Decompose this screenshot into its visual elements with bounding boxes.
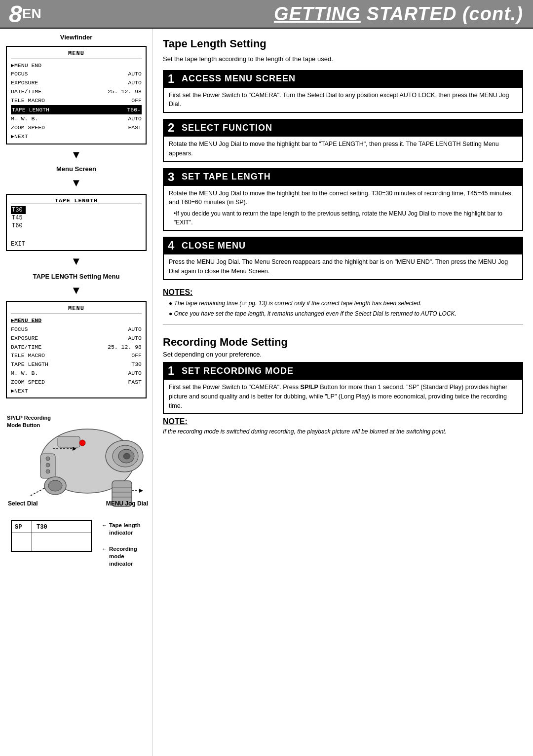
notes-title: NOTES: xyxy=(163,288,523,297)
step-2-header: 2 SELECT FUNCTION xyxy=(163,119,523,137)
step-4-header: 4 CLOSE MENU xyxy=(163,237,523,254)
menu-item-focus: FOCUSAUTO xyxy=(11,70,142,78)
page-header: 8EN GETTING STARTED (cont.) xyxy=(0,0,533,29)
note-single-section: NOTE: If the recording mode is switched … xyxy=(163,417,523,436)
recording-mode-indicator-text: Recording modeindicator xyxy=(109,545,147,568)
arrow-down-1: ▼ xyxy=(6,148,147,161)
tape-length-item-t60: T60 xyxy=(11,222,142,230)
menu-item2-tele-macro: TELE MACROOFF xyxy=(11,351,142,360)
svg-point-8 xyxy=(46,463,50,467)
arrow-right-tape: ← xyxy=(102,522,107,528)
tape-length-setting-menu-label: TAPE LENGTH Setting Menu xyxy=(6,273,147,280)
display-box-area: SP T30 ← Tape lengthindicator ← Recordin… xyxy=(6,520,147,569)
step-2-block: 2 SELECT FUNCTION Rotate the MENU Jog Di… xyxy=(163,119,523,162)
menu-item-zoom-speed: ZOOM SPEEDFAST xyxy=(11,123,142,132)
menu-box-1: MENU ▶MENU END FOCUSAUTO EXPOSUREAUTO DA… xyxy=(6,46,147,144)
step-2-number: 2 xyxy=(168,121,178,135)
svg-point-7 xyxy=(46,457,50,461)
menu-item-exposure: EXPOSUREAUTO xyxy=(11,78,142,87)
step-3-block: 3 SET TAPE LENGTH Rotate the MENU Jog Di… xyxy=(163,168,523,231)
step-3-body: Rotate the MENU Jog Dial to move the hig… xyxy=(163,186,523,231)
step-rec-1-number: 1 xyxy=(168,364,178,378)
menu-item2-tape-length: TAPE LENGTHT30 xyxy=(11,360,142,369)
menu-item2-focus: FOCUSAUTO xyxy=(11,325,142,334)
divider xyxy=(163,324,523,325)
menu-item-tele-macro: TELE MACROOFF xyxy=(11,96,142,105)
menu-item2-next: ▶NEXT xyxy=(11,387,142,396)
step-rec-1-header: 1 SET RECORDING MODE xyxy=(163,362,523,380)
step-1-body: First set the Power Switch to "CAMERA". … xyxy=(163,88,523,113)
menu-item-tape-length: TAPE LENGTHT60- xyxy=(11,105,142,115)
step-4-title: CLOSE MENU xyxy=(182,241,246,251)
step-3-number: 3 xyxy=(168,170,178,184)
right-column: Tape Length Setting Set the tape length … xyxy=(153,29,533,756)
arrow-right-rec: ← xyxy=(102,546,107,552)
menu-item2-zoom-speed: ZOOM SPEEDFAST xyxy=(11,378,142,387)
step-3-header: 3 SET TAPE LENGTH xyxy=(163,168,523,186)
tape-length-exit: EXIT xyxy=(11,241,142,248)
main-content: Viewfinder MENU ▶MENU END FOCUSAUTO EXPO… xyxy=(0,29,533,756)
step-1-title: ACCESS MENU SCREEN xyxy=(182,73,296,84)
display-vline xyxy=(32,521,32,551)
recording-mode-intro: Set depending on your preference. xyxy=(163,350,523,360)
tape-length-intro: Set the tape length according to the len… xyxy=(163,54,523,64)
note-item-2: Once you have set the tape length, it re… xyxy=(169,309,523,318)
step-3-bullet: •If you decide you want to return the ta… xyxy=(174,209,517,227)
menu-item-datetime: DATE/TIME25. 12. 98 xyxy=(11,87,142,96)
notes-section: NOTES: The tape remaining time (☞ pg. 13… xyxy=(163,288,523,320)
arrow-down-3: ▼ xyxy=(6,255,147,268)
step-rec-1-block: 1 SET RECORDING MODE First set the Power… xyxy=(163,362,523,414)
step-rec-1-body-bold: SP/LP xyxy=(301,384,318,391)
svg-rect-5 xyxy=(58,436,80,447)
menu-box-2: MENU ▶MENU END FOCUSAUTO EXPOSUREAUTO DA… xyxy=(6,301,147,398)
tape-length-indicator-text: Tape lengthindicator xyxy=(109,522,141,537)
step-1-header: 1 ACCESS MENU SCREEN xyxy=(163,70,523,88)
arrow-down-2: ▼ xyxy=(6,177,147,189)
svg-marker-21 xyxy=(139,489,143,493)
recording-mode-section: Recording Mode Setting Set depending on … xyxy=(163,334,523,436)
camera-area: SP/LP RecordingMode Button xyxy=(6,409,149,513)
tape-length-indicator-label-row: ← Tape lengthindicator xyxy=(102,522,147,537)
tape-length-box: TAPE LENGTH T30 T45 T60 EXIT xyxy=(6,194,147,251)
note-item-1: The tape remaining time (☞ pg. 13) is co… xyxy=(169,299,523,308)
arrow-down-4: ▼ xyxy=(6,284,147,297)
menu-item2-datetime: DATE/TIME25. 12. 98 xyxy=(11,343,142,352)
display-hline xyxy=(12,533,91,533)
step-1-block: 1 ACCESS MENU SCREEN First set the Power… xyxy=(163,70,523,113)
menu-box-2-title: MENU xyxy=(11,304,142,314)
notes-list: The tape remaining time (☞ pg. 13) is co… xyxy=(163,299,523,318)
svg-line-15 xyxy=(31,488,44,496)
select-dial-label: Select Dial xyxy=(8,500,38,507)
step-3-title: SET TAPE LENGTH xyxy=(182,172,271,182)
page-title: GETTING STARTED (cont.) xyxy=(274,3,523,25)
display-box: SP T30 xyxy=(11,520,92,552)
tape-length-box-title: TAPE LENGTH xyxy=(11,197,142,204)
recording-mode-title: Recording Mode Setting xyxy=(163,336,523,349)
svg-point-9 xyxy=(46,469,50,473)
recording-mode-indicator-label-row: ← Recording modeindicator xyxy=(102,545,147,568)
step-2-body: Rotate the MENU Jog Dial to move the hig… xyxy=(163,137,523,162)
left-column: Viewfinder MENU ▶MENU END FOCUSAUTO EXPO… xyxy=(0,29,153,756)
step-4-body: Press the MENU Jog Dial. The Menu Screen… xyxy=(163,254,523,280)
step-1-number: 1 xyxy=(168,72,178,86)
note-single-body: If the recording mode is switched during… xyxy=(163,427,523,436)
step-2-title: SELECT FUNCTION xyxy=(182,123,272,133)
menu-item-next: ▶NEXT xyxy=(11,132,142,141)
tape-length-section-title: Tape Length Setting xyxy=(163,37,523,50)
menu-item2-exposure: EXPOSUREAUTO xyxy=(11,334,142,343)
menu-screen-label: Menu Screen xyxy=(6,165,147,173)
step-rec-1-title: SET RECORDING MODE xyxy=(182,366,294,376)
step-4-block: 4 CLOSE MENU Press the MENU Jog Dial. Th… xyxy=(163,237,523,280)
menu-jog-dial-label: MENU Jog Dial xyxy=(106,500,148,507)
svg-point-10 xyxy=(79,440,85,446)
menu-item-menu-end: ▶MENU END xyxy=(11,61,142,70)
menu-box-1-title: MENU xyxy=(11,49,142,59)
viewfinder-label: Viewfinder xyxy=(6,34,147,41)
display-box-labels: ← Tape lengthindicator ← Recording modei… xyxy=(102,522,147,569)
note-single-title: NOTE: xyxy=(163,417,523,426)
page-title-area: GETTING STARTED (cont.) xyxy=(50,0,533,28)
svg-point-14 xyxy=(48,480,62,491)
display-sp-label: SP xyxy=(15,524,22,531)
display-t30-label: T30 xyxy=(37,524,47,531)
step-4-number: 4 xyxy=(168,239,178,252)
